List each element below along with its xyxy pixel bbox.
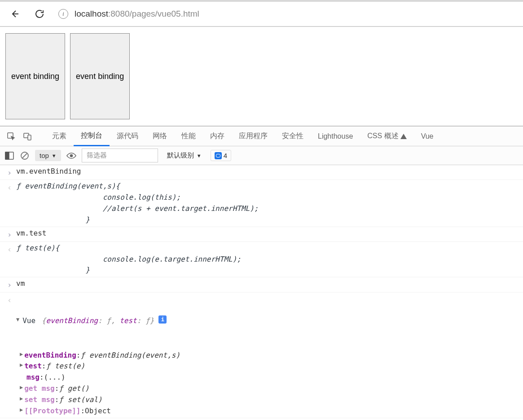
event-binding-button-2[interactable]: event binding — [70, 33, 130, 119]
expand-toggle-icon[interactable] — [16, 315, 19, 324]
inspect-icon[interactable] — [6, 131, 16, 141]
prop-value: ƒ set(val) — [59, 394, 102, 406]
address-bar[interactable]: i localhost:8080/pages/vue05.html — [58, 9, 515, 19]
context-selector[interactable]: top ▼ — [35, 150, 61, 161]
svg-point-6 — [70, 154, 72, 157]
tab-performance[interactable]: 性能 — [174, 127, 203, 146]
sidebar-toggle-icon[interactable] — [4, 151, 14, 161]
svg-rect-2 — [28, 135, 31, 140]
browser-toolbar: i localhost:8080/pages/vue05.html — [0, 0, 523, 27]
console-output-line[interactable]: ƒ eventBinding(event,s){ console.log(thi… — [0, 180, 523, 227]
console-text: vm.eventBinding — [16, 166, 519, 179]
expand-toggle-icon[interactable] — [20, 361, 23, 369]
object-property[interactable]: set msg: ƒ set(val) — [0, 394, 523, 406]
output-chevron-icon — [7, 243, 16, 276]
url-text: localhost:8080/pages/vue05.html — [75, 9, 199, 19]
prop-value: Object — [85, 406, 111, 417]
tab-network[interactable]: 网络 — [145, 127, 174, 146]
tab-lighthouse[interactable]: Lighthouse — [311, 127, 360, 146]
tab-elements[interactable]: 元素 — [45, 127, 74, 146]
device-toggle-icon[interactable] — [22, 131, 32, 141]
console-output: vm.eventBinding ƒ eventBinding(event,s){… — [0, 165, 523, 420]
console-prompt[interactable]: › — [0, 418, 523, 420]
tab-sources[interactable]: 源代码 — [110, 127, 145, 146]
object-property[interactable]: get msg: ƒ get() — [0, 383, 523, 394]
clear-console-icon[interactable] — [20, 151, 30, 161]
info-icon[interactable]: i — [158, 315, 167, 324]
tab-css-overview[interactable]: CSS 概述 — [360, 127, 413, 146]
tab-console[interactable]: 控制台 — [74, 127, 110, 146]
warning-icon — [400, 134, 407, 139]
object-property[interactable]: test: ƒ test(e) — [0, 361, 523, 372]
site-info-icon[interactable]: i — [58, 9, 68, 19]
prop-key: test — [24, 361, 42, 372]
input-chevron-icon — [7, 228, 16, 241]
live-expression-icon[interactable] — [66, 151, 76, 161]
expand-toggle-icon[interactable] — [20, 383, 23, 392]
prop-key: get msg — [24, 383, 54, 394]
console-text: ƒ test(e){ console.log(e.target.innerHTM… — [16, 243, 519, 276]
prop-value: (...) — [44, 372, 66, 383]
prop-value: ƒ test(e) — [46, 361, 85, 372]
console-input-line[interactable]: vm — [0, 277, 523, 292]
log-level-selector[interactable]: 默认级别 ▼ — [163, 151, 205, 160]
reload-button[interactable] — [33, 8, 46, 20]
console-input-line[interactable]: vm.eventBinding — [0, 165, 523, 180]
output-chevron-icon — [7, 181, 16, 225]
console-text: vm — [16, 278, 519, 291]
object-property[interactable]: msg: (...) — [0, 372, 523, 383]
tab-security[interactable]: 安全性 — [275, 127, 311, 146]
expand-toggle-icon[interactable] — [20, 406, 23, 414]
prop-key: eventBinding — [24, 350, 76, 361]
hidden-messages-count[interactable]: 4 — [211, 150, 231, 161]
tab-vue[interactable]: Vue — [414, 127, 441, 146]
object-property[interactable]: eventBinding: ƒ eventBinding(event,s) — [0, 350, 523, 361]
devtools-panel: 元素 控制台 源代码 网络 性能 内存 应用程序 安全性 Lighthouse … — [0, 126, 523, 420]
prop-value: ƒ eventBinding(event,s) — [80, 350, 180, 361]
console-text: vm.test — [16, 228, 519, 241]
prop-value: ƒ get() — [59, 383, 89, 394]
filter-input[interactable]: 筛选器 — [82, 149, 158, 162]
console-output-line[interactable]: ƒ test(e){ console.log(e.target.innerHTM… — [0, 242, 523, 277]
devtools-tabs: 元素 控制台 源代码 网络 性能 内存 应用程序 安全性 Lighthouse … — [0, 127, 523, 146]
input-chevron-icon — [7, 278, 16, 291]
back-button[interactable] — [8, 8, 21, 20]
output-chevron-icon — [7, 293, 16, 349]
tab-application[interactable]: 应用程序 — [232, 127, 275, 146]
console-input-line[interactable]: vm.test — [0, 227, 523, 242]
console-text: ƒ eventBinding(event,s){ console.log(thi… — [16, 181, 519, 225]
console-toolbar: top ▼ 筛选器 默认级别 ▼ 4 — [0, 146, 523, 165]
event-binding-button-1[interactable]: event binding — [5, 33, 65, 119]
svg-rect-4 — [5, 152, 9, 159]
prop-key: msg — [26, 372, 40, 383]
message-icon — [215, 152, 222, 159]
prop-key: set msg — [24, 394, 54, 406]
page-body: event binding event binding — [0, 27, 523, 126]
input-chevron-icon — [7, 166, 16, 179]
console-output-object[interactable]: Vue {eventBinding: ƒ, test: ƒ} i — [0, 293, 523, 350]
tab-memory[interactable]: 内存 — [203, 127, 232, 146]
expand-toggle-icon[interactable] — [20, 394, 23, 403]
prop-key: [[Prototype]] — [24, 406, 80, 417]
object-class: Vue — [22, 315, 40, 327]
object-property[interactable]: [[Prototype]]: Object — [0, 406, 523, 419]
expand-toggle-icon[interactable] — [20, 350, 23, 359]
